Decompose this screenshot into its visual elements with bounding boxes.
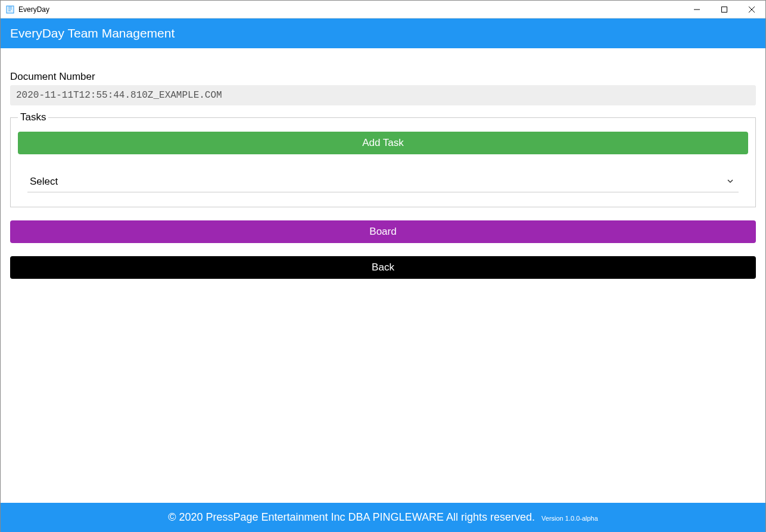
- titlebar-left: EveryDay: [1, 5, 49, 14]
- minimize-button[interactable]: [683, 1, 711, 18]
- back-button[interactable]: Back: [10, 256, 756, 279]
- task-select[interactable]: Select: [27, 171, 739, 192]
- maximize-button[interactable]: [711, 1, 738, 18]
- close-icon: [749, 7, 755, 13]
- window-title: EveryDay: [18, 5, 49, 14]
- add-task-button[interactable]: Add Task: [18, 132, 748, 154]
- svg-rect-1: [722, 7, 727, 12]
- tasks-legend: Tasks: [18, 111, 48, 123]
- main-content: Document Number Tasks Add Task Select Bo…: [1, 48, 765, 288]
- page-title: EveryDay Team Management: [10, 26, 175, 40]
- window-titlebar: EveryDay: [1, 1, 765, 18]
- window-controls: [683, 1, 765, 18]
- app-icon: [5, 5, 15, 14]
- app-header: EveryDay Team Management: [1, 18, 765, 48]
- footer-copyright: © 2020 PressPage Entertainment Inc DBA P…: [168, 511, 535, 523]
- board-button[interactable]: Board: [10, 220, 756, 243]
- minimize-icon: [694, 7, 700, 13]
- footer-version: Version 1.0.0-alpha: [541, 515, 598, 522]
- maximize-icon: [721, 7, 727, 13]
- task-select-wrap: Select: [27, 171, 739, 192]
- document-number-field: [10, 85, 756, 105]
- close-button[interactable]: [738, 1, 765, 18]
- document-number-label: Document Number: [10, 71, 756, 83]
- tasks-fieldset: Tasks Add Task Select: [10, 111, 756, 207]
- app-footer: © 2020 PressPage Entertainment Inc DBA P…: [1, 503, 765, 532]
